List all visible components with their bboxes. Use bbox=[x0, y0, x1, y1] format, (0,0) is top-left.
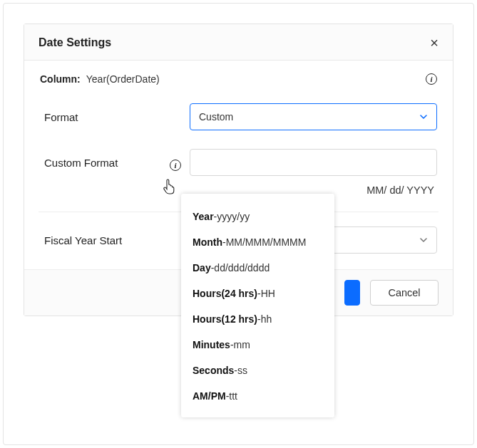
tooltip-item: AM/PM-ttt bbox=[193, 383, 323, 409]
format-row: Format Custom bbox=[40, 103, 437, 130]
tooltip-item-bold: AM/PM bbox=[193, 390, 226, 402]
tooltip-item-rest: -ttt bbox=[226, 390, 237, 402]
custom-format-row: Custom Format i bbox=[40, 149, 437, 176]
tooltip-item-rest: -dd/ddd/dddd bbox=[211, 262, 270, 274]
tooltip-item: Day-dd/ddd/dddd bbox=[193, 255, 323, 281]
cancel-button[interactable]: Cancel bbox=[370, 280, 438, 306]
tooltip-item-rest: -mm bbox=[230, 339, 250, 350]
tooltip-item: Minutes-mm bbox=[193, 332, 323, 358]
cancel-button-label: Cancel bbox=[388, 287, 420, 298]
format-selected-value: Custom bbox=[199, 111, 233, 123]
column-label: Column: bbox=[40, 73, 81, 85]
tooltip-item: Year-yyyy/yy bbox=[193, 204, 323, 229]
tooltip-item-bold: Hours(12 hrs) bbox=[193, 313, 257, 325]
fiscal-label: Fiscal Year Start bbox=[40, 234, 190, 246]
tooltip-item: Hours(12 hrs)-hh bbox=[193, 306, 323, 332]
tooltip-item-rest: -hh bbox=[257, 313, 272, 325]
tooltip-item-bold: Month bbox=[193, 236, 222, 248]
format-select[interactable]: Custom bbox=[190, 103, 437, 130]
tooltip-item-rest: -yyyy/yy bbox=[214, 211, 250, 222]
info-icon[interactable]: i bbox=[426, 73, 437, 85]
format-label: Format bbox=[40, 111, 190, 123]
column-row: Column: Year(OrderDate) i bbox=[40, 73, 437, 85]
tooltip-item-bold: Year bbox=[193, 211, 214, 222]
tooltip-item-bold: Seconds bbox=[193, 365, 234, 376]
format-tokens-tooltip: Year-yyyy/yyMonth-MM/MMM/MMMMDay-dd/ddd/… bbox=[181, 194, 334, 417]
tooltip-item-bold: Hours(24 hrs) bbox=[193, 288, 257, 299]
chevron-down-icon bbox=[419, 113, 428, 121]
column-label-wrap: Column: Year(OrderDate) bbox=[40, 73, 160, 85]
ok-button[interactable] bbox=[344, 280, 360, 306]
close-icon[interactable]: × bbox=[430, 36, 438, 50]
custom-format-hint: MM/ dd/ YYYY bbox=[366, 184, 434, 196]
tooltip-item-rest: -HH bbox=[257, 288, 275, 299]
column-value: Year(OrderDate) bbox=[86, 73, 160, 85]
tooltip-item: Seconds-ss bbox=[193, 358, 323, 383]
tooltip-item-rest: -ss bbox=[234, 365, 247, 376]
tooltip-item: Month-MM/MMM/MMMM bbox=[193, 229, 323, 255]
chevron-down-icon bbox=[419, 236, 428, 244]
tooltip-item: Hours(24 hrs)-HH bbox=[193, 281, 323, 306]
custom-format-label: Custom Format bbox=[44, 157, 118, 169]
tooltip-item-bold: Day bbox=[193, 262, 211, 274]
tooltip-item-bold: Minutes bbox=[193, 339, 230, 350]
info-icon[interactable]: i bbox=[170, 160, 181, 171]
panel-header: Date Settings × bbox=[24, 24, 453, 61]
custom-format-label-wrap: Custom Format i bbox=[40, 157, 190, 169]
panel-title: Date Settings bbox=[39, 36, 111, 49]
tooltip-item-rest: -MM/MMM/MMMM bbox=[222, 236, 306, 248]
custom-format-input[interactable] bbox=[190, 149, 437, 176]
